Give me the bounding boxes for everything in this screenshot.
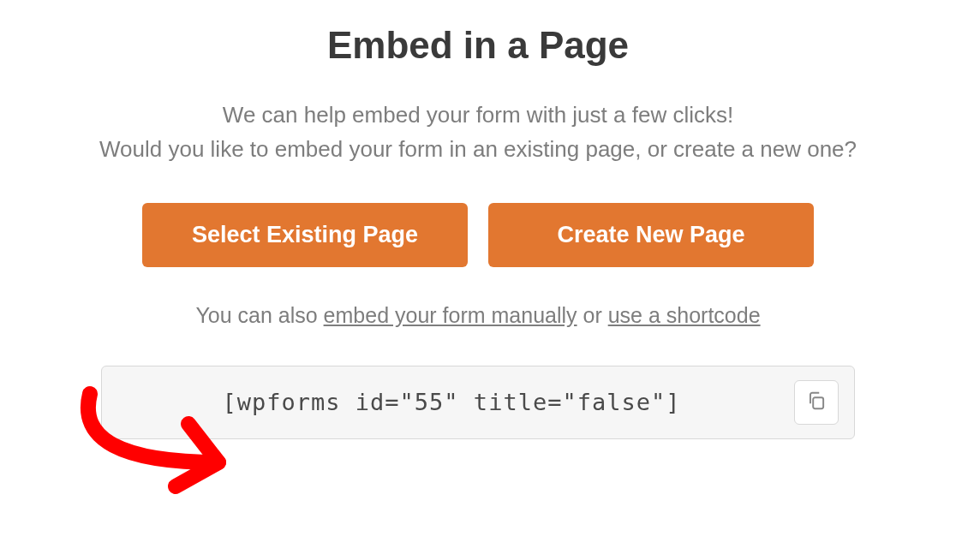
svg-rect-0 — [813, 397, 823, 408]
description-line-1: We can help embed your form with just a … — [223, 102, 733, 128]
shortcode-text: [wpforms id="55" title="false"] — [122, 389, 780, 415]
embed-dialog: Embed in a Page We can help embed your f… — [0, 0, 956, 439]
alt-mid: or — [577, 303, 608, 327]
shortcode-box: [wpforms id="55" title="false"] — [101, 366, 855, 439]
copy-shortcode-button[interactable] — [794, 380, 839, 425]
description-line-2: Would you like to embed your form in an … — [99, 136, 857, 162]
use-shortcode-link[interactable]: use a shortcode — [608, 303, 761, 327]
button-row: Select Existing Page Create New Page — [142, 203, 814, 267]
copy-icon — [805, 390, 828, 415]
create-new-page-button[interactable]: Create New Page — [488, 203, 814, 267]
alt-prefix: You can also — [195, 303, 323, 327]
embed-manually-link[interactable]: embed your form manually — [324, 303, 577, 327]
description-text: We can help embed your form with just a … — [99, 98, 857, 167]
alternative-text: You can also embed your form manually or… — [195, 303, 760, 328]
page-title: Embed in a Page — [327, 24, 629, 67]
select-existing-page-button[interactable]: Select Existing Page — [142, 203, 468, 267]
